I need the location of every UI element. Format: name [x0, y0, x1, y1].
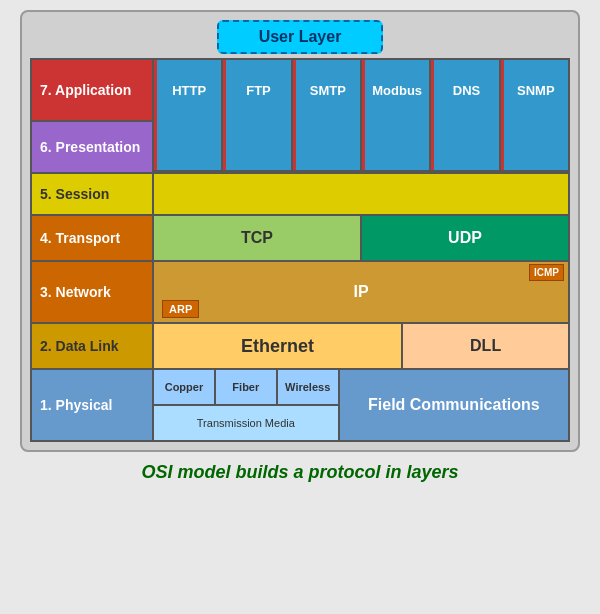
field-comm-box: Field Communications: [340, 370, 568, 440]
user-layer-box: User Layer: [217, 20, 384, 54]
proto-col-smtp: SMTP: [293, 60, 360, 172]
layer-4-label: 4. Transport: [32, 216, 152, 260]
tcp-box: TCP: [154, 216, 360, 260]
udp-box: UDP: [362, 216, 568, 260]
ftp-pres: [223, 120, 290, 170]
wireless-box: Wireless: [278, 370, 338, 404]
data-link-row: 2. Data Link Ethernet DLL: [32, 324, 568, 368]
caption: OSI model builds a protocol in layers: [141, 462, 458, 483]
network-row: 3. Network IP ICMP ARP: [32, 262, 568, 322]
layer-7-label: 7. Application: [32, 60, 152, 120]
dl-content: Ethernet DLL: [154, 324, 568, 368]
smtp-box: SMTP: [293, 60, 360, 120]
user-layer-label: User Layer: [259, 28, 342, 45]
layer-3-label: 3. Network: [32, 262, 152, 322]
layer-6-label: 6. Presentation: [32, 122, 152, 172]
phys-content: Copper Fiber Wireless Transmission Media: [154, 370, 568, 440]
modbus-box: Modbus: [362, 60, 429, 120]
proto-col-ftp: FTP: [223, 60, 290, 172]
transport-row: 4. Transport TCP UDP: [32, 216, 568, 260]
proto-col-dns: DNS: [431, 60, 498, 172]
transport-content: TCP UDP: [154, 216, 568, 260]
fiber-box: Fiber: [216, 370, 276, 404]
smtp-pres: [293, 120, 360, 170]
layer-1-label: 1. Physical: [32, 370, 152, 440]
modbus-pres: [362, 120, 429, 170]
arp-badge: ARP: [162, 300, 199, 318]
layer-5-label: 5. Session: [32, 174, 152, 214]
proto-col-http: HTTP: [154, 60, 221, 172]
dll-box: DLL: [403, 324, 568, 368]
snmp-pres: [501, 120, 568, 170]
trans-media-box: Transmission Media: [154, 406, 338, 440]
dns-box: DNS: [431, 60, 498, 120]
proto-col-modbus: Modbus: [362, 60, 429, 172]
phys-media: Copper Fiber Wireless Transmission Media: [154, 370, 338, 440]
ethernet-box: Ethernet: [154, 324, 401, 368]
main-grid: 7. Application 6. Presentation HTTP FTP: [30, 58, 570, 442]
app-pres-section: 7. Application 6. Presentation HTTP FTP: [32, 60, 568, 172]
session-content: [154, 174, 568, 214]
icmp-badge: ICMP: [529, 264, 564, 281]
app-pres-labels: 7. Application 6. Presentation: [32, 60, 152, 172]
session-row: 5. Session: [32, 174, 568, 214]
dns-pres: [431, 120, 498, 170]
http-pres: [154, 120, 221, 170]
copper-box: Copper: [154, 370, 214, 404]
snmp-box: SNMP: [501, 60, 568, 120]
protocol-columns: HTTP FTP SMTP: [154, 60, 568, 172]
ftp-box: FTP: [223, 60, 290, 120]
layer-2-label: 2. Data Link: [32, 324, 152, 368]
user-layer-row: User Layer: [30, 20, 570, 54]
network-content: IP ICMP ARP: [154, 262, 568, 322]
outer-frame: User Layer 7. Application 6. Presentatio…: [20, 10, 580, 452]
physical-row: 1. Physical Copper Fiber Wireless: [32, 370, 568, 440]
http-box: HTTP: [154, 60, 221, 120]
proto-col-snmp: SNMP: [501, 60, 568, 172]
phys-media-top: Copper Fiber Wireless: [154, 370, 338, 404]
